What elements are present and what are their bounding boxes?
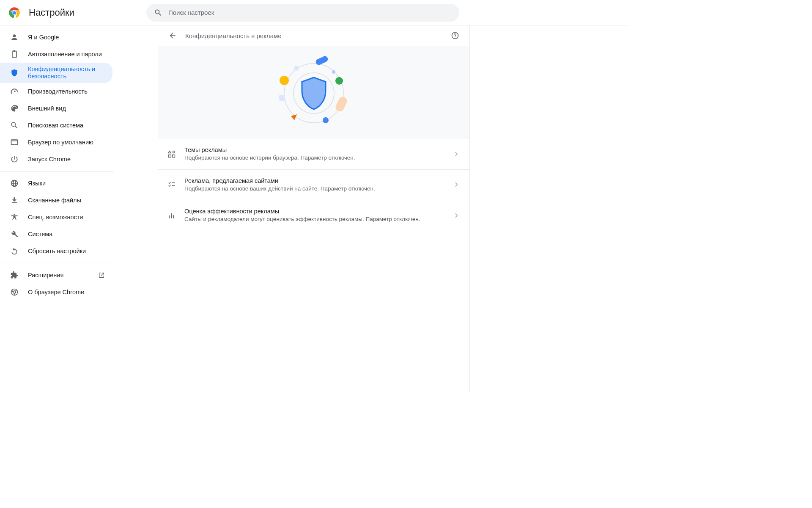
page-title: Конфиденциальность в рекламе	[185, 32, 282, 39]
chrome-logo-icon	[8, 7, 20, 19]
sidebar-item-label: Поисковая система	[28, 122, 112, 129]
sidebar-item-label: Конфиденциальность и безопасность	[28, 66, 112, 80]
svg-marker-13	[291, 114, 297, 120]
setting-row-ad-measurement[interactable]: Оценка эффективности рекламы Сайты и рек…	[158, 200, 469, 231]
sidebar-item-label: Скачанные файлы	[28, 197, 112, 204]
svg-rect-11	[334, 95, 348, 113]
speedometer-icon	[10, 87, 19, 96]
privacy-shield-illustration-icon	[272, 54, 356, 130]
arrow-left-icon	[168, 31, 177, 40]
sidebar-item-label: Автозаполнение и пароли	[28, 51, 112, 58]
sidebar-item-system[interactable]: Система	[0, 226, 112, 243]
svg-rect-16	[294, 66, 299, 71]
sidebar-item-you-google[interactable]: Я и Google	[0, 29, 112, 46]
shield-icon	[10, 69, 19, 77]
power-icon	[10, 155, 19, 163]
svg-point-10	[335, 77, 343, 85]
reset-icon	[10, 247, 19, 255]
sidebar-item-label: Спец. возможности	[28, 214, 112, 221]
open-external-icon	[98, 272, 105, 279]
sidebar-item-languages[interactable]: Языки	[0, 175, 112, 192]
search-icon	[10, 121, 19, 130]
sidebar-item-label: Сбросить настройки	[28, 248, 112, 255]
sidebar: Я и Google Автозаполнение и пароли Конфи…	[0, 25, 114, 393]
help-button[interactable]	[448, 29, 462, 42]
setting-text: Реклама, предлагаемая сайтами Подбираютс…	[184, 177, 453, 193]
sidebar-item-about[interactable]: О браузере Chrome	[0, 284, 112, 301]
setting-title: Оценка эффективности рекламы	[184, 208, 453, 215]
svg-point-9	[332, 70, 335, 74]
sidebar-item-autofill[interactable]: Автозаполнение и пароли	[0, 46, 112, 63]
globe-icon	[10, 179, 19, 188]
chevron-right-icon	[453, 150, 460, 158]
sidebar-item-on-startup[interactable]: Запуск Chrome	[0, 151, 112, 168]
clipboard-icon	[10, 50, 19, 58]
extension-icon	[10, 271, 19, 279]
bar-chart-icon	[167, 211, 176, 220]
page-header: Конфиденциальность в рекламе	[158, 25, 469, 46]
sidebar-item-label: О браузере Chrome	[28, 289, 112, 296]
svg-point-12	[323, 117, 329, 123]
sidebar-item-label: Система	[28, 231, 112, 238]
sidebar-item-downloads[interactable]: Скачанные файлы	[0, 192, 112, 209]
search-input[interactable]	[168, 9, 452, 16]
hero-illustration	[158, 46, 469, 139]
setting-text: Оценка эффективности рекламы Сайты и рек…	[184, 208, 453, 223]
setting-subtitle: Подбираются на основе ваших действий на …	[184, 185, 453, 193]
shapes-icon	[167, 150, 176, 158]
setting-row-ad-topics[interactable]: Темы рекламы Подбираются на основе истор…	[158, 139, 469, 169]
sidebar-item-label: Браузер по умолчанию	[28, 139, 112, 146]
sidebar-item-label: Внешний вид	[28, 105, 112, 112]
sidebar-divider	[0, 263, 114, 263]
person-icon	[10, 33, 19, 41]
checklist-icon	[167, 180, 176, 189]
main-content: Конфиденциальность в рекламе	[114, 25, 628, 393]
palette-icon	[10, 104, 19, 113]
sidebar-item-performance[interactable]: Производительность	[0, 83, 112, 100]
setting-row-site-ads[interactable]: Реклама, предлагаемая сайтами Подбираютс…	[158, 169, 469, 200]
accessibility-icon	[10, 213, 19, 221]
chevron-right-icon	[453, 181, 460, 188]
setting-subtitle: Подбираются на основе истории браузера. …	[184, 154, 453, 162]
sidebar-item-label: Языки	[28, 180, 112, 187]
search-container[interactable]	[146, 4, 459, 22]
sidebar-item-label: Я и Google	[28, 34, 112, 41]
settings-list: Темы рекламы Подбираются на основе истор…	[158, 139, 469, 231]
setting-title: Темы рекламы	[184, 146, 453, 153]
setting-title: Реклама, предлагаемая сайтами	[184, 177, 453, 184]
app-title: Настройки	[29, 7, 74, 18]
sidebar-item-reset[interactable]: Сбросить настройки	[0, 243, 112, 260]
browser-icon	[10, 138, 19, 146]
search-icon	[154, 8, 162, 17]
topbar: Настройки	[0, 0, 628, 25]
chevron-right-icon	[453, 212, 460, 219]
sidebar-divider	[0, 171, 114, 171]
sidebar-item-accessibility[interactable]: Спец. возможности	[0, 209, 112, 226]
svg-rect-14	[279, 95, 285, 101]
sidebar-item-label: Производительность	[28, 88, 112, 95]
chrome-outline-icon	[10, 288, 19, 296]
help-icon	[451, 31, 459, 40]
sidebar-item-label: Запуск Chrome	[28, 156, 112, 163]
sidebar-item-default-browser[interactable]: Браузер по умолчанию	[0, 134, 112, 151]
svg-point-15	[280, 76, 289, 85]
page-card: Конфиденциальность в рекламе	[158, 25, 470, 393]
sidebar-item-extensions[interactable]: Расширения	[0, 267, 112, 284]
setting-text: Темы рекламы Подбираются на основе истор…	[184, 146, 453, 162]
sidebar-item-search-engine[interactable]: Поисковая система	[0, 117, 112, 134]
svg-point-3	[13, 11, 16, 14]
wrench-icon	[10, 230, 19, 238]
setting-subtitle: Сайты и рекламодатели могут оценивать эф…	[184, 215, 453, 223]
sidebar-item-label: Расширения	[28, 272, 95, 279]
sidebar-item-appearance[interactable]: Внешний вид	[0, 100, 112, 117]
back-button[interactable]	[166, 29, 179, 42]
sidebar-item-privacy[interactable]: Конфиденциальность и безопасность	[0, 63, 112, 83]
download-icon	[10, 196, 19, 204]
